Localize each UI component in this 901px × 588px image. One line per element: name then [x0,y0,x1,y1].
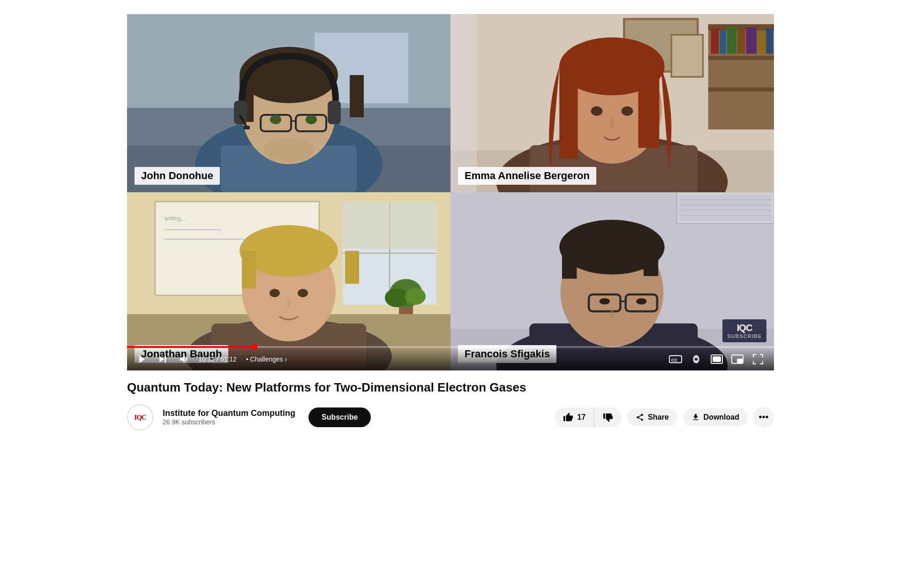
play-pause-button[interactable] [135,352,150,367]
svg-rect-33 [766,29,773,54]
video-title: Quantum Today: New Platforms for Two-Dim… [127,380,774,396]
svg-point-20 [263,138,315,162]
svg-rect-32 [758,30,766,53]
svg-rect-36 [450,14,477,192]
volume-button[interactable] [176,352,191,367]
svg-rect-25 [708,56,774,60]
svg-rect-93 [165,356,166,362]
cc-button[interactable]: CC [667,351,684,368]
svg-rect-74 [679,195,771,221]
svg-text:writing...: writing... [164,215,186,222]
svg-rect-29 [727,26,736,53]
svg-rect-28 [720,30,726,53]
channel-name[interactable]: Institute for Quantum Computing [163,408,295,418]
svg-rect-19 [243,126,250,129]
svg-point-44 [591,106,603,116]
svg-rect-67 [242,251,256,288]
miniplayer-button[interactable] [729,351,746,368]
svg-rect-42 [559,64,578,158]
svg-point-98 [695,358,698,361]
svg-point-60 [405,288,426,305]
svg-point-69 [270,289,280,297]
svg-rect-43 [638,64,660,148]
dislike-button[interactable] [594,407,622,427]
svg-marker-92 [159,356,164,362]
share-button[interactable]: Share [627,408,677,426]
svg-rect-15 [328,101,341,124]
fullscreen-button[interactable] [750,351,766,368]
svg-rect-56 [343,202,436,249]
like-dislike-group: 17 [555,407,622,427]
more-options-button[interactable]: ••• [753,407,774,428]
subscribe-button[interactable]: Subscribe [308,407,371,427]
controls-bar: 10:12 / 51:12 • Challenges › CC [127,348,774,370]
svg-rect-10 [350,75,364,117]
svg-point-70 [298,289,308,297]
participant-cell-2: Emma Annelise Bergeron [450,14,774,192]
svg-rect-31 [746,27,757,53]
participant-name-2: Emma Annelise Bergeron [458,167,596,185]
time-display: 10:12 / 51:12 [198,355,237,363]
svg-rect-102 [737,359,742,362]
channel-row: IQC Institute for Quantum Computing 26.9… [127,404,774,430]
svg-rect-35 [671,35,703,77]
iqc-logo-text: IQC [737,322,752,333]
participant-cell-3: writing... [127,192,450,370]
watermark-subscribe-text: SUBSCRIBE [727,333,762,339]
participant-cell-4: IQC SUBSCRIBE Francois Sfigakis [450,192,774,370]
svg-rect-100 [713,357,721,362]
channel-logo[interactable]: IQC [127,404,153,430]
chapter-label[interactable]: • Challenges › [246,355,287,363]
svg-marker-94 [180,355,185,363]
channel-info: Institute for Quantum Computing 26.9K su… [163,408,295,426]
video-player: John Donohue [127,14,774,370]
svg-rect-85 [644,247,658,276]
svg-point-59 [385,288,408,307]
video-info: Quantum Today: New Platforms for Two-Dim… [127,370,774,435]
svg-rect-84 [562,247,577,279]
svg-rect-27 [711,29,719,54]
svg-point-17 [306,115,317,124]
theater-button[interactable] [708,351,725,368]
svg-marker-91 [139,355,145,363]
more-options-icon: ••• [758,412,768,422]
next-button[interactable] [155,352,170,367]
svg-rect-30 [738,30,745,54]
like-count: 17 [577,413,586,422]
svg-point-90 [636,298,646,304]
controls-right: CC [667,351,766,368]
iqc-watermark: IQC SUBSCRIBE [722,319,766,342]
svg-text:CC: CC [671,358,678,362]
settings-button[interactable] [688,351,705,368]
like-button[interactable]: 17 [555,407,594,427]
svg-rect-14 [234,101,247,124]
channel-logo-text: IQC [134,413,146,422]
channel-subscribers: 26.9K subscribers [163,418,295,426]
svg-point-16 [270,115,281,124]
download-button[interactable]: Download [683,408,748,426]
svg-point-45 [622,106,633,116]
participant-cell-1: John Donohue [127,14,450,192]
svg-rect-68 [345,251,359,284]
video-grid: John Donohue [127,14,774,370]
action-buttons: 17 Share Download [555,407,774,428]
participant-name-1: John Donohue [135,167,220,185]
svg-rect-26 [708,87,774,91]
svg-point-89 [600,298,610,304]
